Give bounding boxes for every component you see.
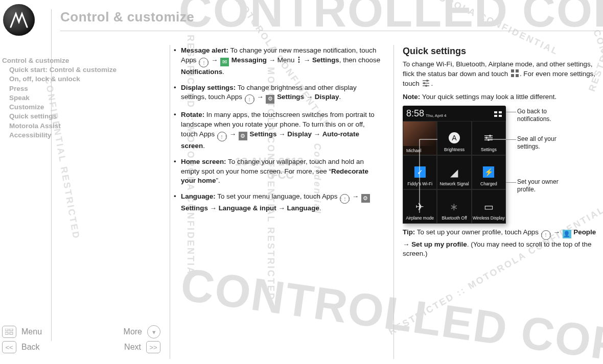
apps-icon: ⋮⋮⋮ [245,94,254,104]
list-item: Message alert: To change your new messag… [174,46,383,77]
content-column-left: Message alert: To change your new messag… [174,46,383,359]
next-icon[interactable]: >> [146,341,160,353]
svg-point-21 [489,135,491,137]
tile-settings: Settings [472,121,506,155]
tile-battery: ⚡Charged [472,155,506,189]
svg-rect-17 [499,115,502,117]
tile-wireless-display: ▭Wireless Display [472,189,506,224]
list-item: Display settings: To change brightness a… [174,83,383,105]
header-divider [60,31,603,31]
tile-signal: ◢Network Signal [437,155,471,189]
svg-point-22 [485,137,488,139]
svg-point-11 [426,80,428,82]
bottom-nav: Menu More ▾ << Back Next >> [2,324,160,355]
menu-icon[interactable] [2,326,16,338]
svg-rect-16 [494,115,497,117]
svg-point-13 [425,85,427,87]
status-time: 8:58 [406,108,424,119]
tile-owner: Michael [403,121,437,155]
svg-rect-3 [10,332,13,334]
svg-rect-4 [511,69,514,72]
apps-icon: ⋮⋮⋮ [541,230,551,240]
nav-top[interactable]: Control & customize [2,56,166,65]
nav-item[interactable]: Quick start: Control & customize [9,65,166,75]
apps-icon: ⋮⋮⋮ [199,58,208,67]
nav-item[interactable]: Accessibility [9,131,166,140]
note: Note: Your quick settings may look a lit… [403,92,602,102]
tile-bluetooth: ∗Bluetooth Off [437,189,471,224]
status-date: Thu, April 4 [426,113,446,119]
messaging-icon: ✉ [220,58,229,66]
apps-icon: ⋮⋮⋮ [217,132,227,141]
list-item: Home screen: To change your wallpaper, t… [174,157,383,186]
svg-rect-15 [499,111,502,113]
more-label[interactable]: More [124,327,142,336]
settings-icon: ⚙ [266,95,274,104]
quick-settings-screenshot: 8:58 Thu, April 4 Michael ABrightness Se… [403,106,506,224]
callout: See all of your settings. [517,135,578,150]
paragraph: To change Wi-Fi, Bluetooth, Airplane mod… [403,60,602,88]
callout-leader [506,182,516,183]
more-icon[interactable]: ▾ [147,325,160,338]
svg-rect-5 [516,69,519,72]
svg-rect-7 [516,74,519,77]
next-label[interactable]: Next [124,343,141,352]
list-item: Language: To set your menu language, tou… [174,192,383,213]
tile-airplane: ✈Airplane mode [403,189,437,224]
svg-rect-0 [5,329,8,331]
back-label[interactable]: Back [21,343,40,352]
quicksettings-icon [511,69,519,78]
settings-icon: ⚙ [239,132,247,140]
tip: Tip: To set up your owner profile, touch… [403,228,602,258]
nav-item[interactable]: Quick settings [9,112,166,121]
apps-icon: ⋮⋮⋮ [340,194,350,204]
menu-label[interactable]: Menu [21,327,42,336]
nav-item[interactable]: Motorola Assist [9,122,166,131]
moto-logo-icon [3,4,35,36]
callout-leader [506,112,516,112]
people-icon: 👤 [563,230,571,238]
nav-item[interactable]: Customize [9,103,166,112]
svg-point-12 [423,82,425,84]
back-icon[interactable]: << [2,341,16,353]
toc-nav: Control & customize Quick start: Control… [2,56,166,140]
column-divider [170,45,170,359]
svg-rect-1 [10,329,13,331]
column-divider [393,45,394,359]
svg-rect-6 [511,74,514,77]
settings-sliders-icon [422,79,430,87]
tile-brightness: ABrightness [437,121,471,155]
nav-item[interactable]: On, off, lock & unlock [9,75,166,84]
list-item: Rotate: In many apps, the touchscreen sw… [174,110,383,151]
content-column-right: Quick settings To change Wi-Fi, Bluetoot… [403,46,602,359]
svg-point-23 [488,139,490,141]
overflow-menu-icon [298,56,300,63]
callout: Go back to notifications. [517,108,578,123]
callout: Set your owner profile. [517,178,578,193]
settings-icon: ⚙ [361,194,370,203]
svg-rect-14 [494,111,497,113]
tile-wifi: ✓Fiddy's Wi-Fi [403,155,437,189]
quicksettings-toggle-icon [494,111,502,119]
svg-rect-2 [5,332,8,334]
callout-leader [506,139,516,140]
nav-item[interactable]: Press [9,84,166,93]
nav-item[interactable]: Speak [9,93,166,103]
page-title: Control & customize [60,9,194,25]
section-heading: Quick settings [403,46,602,57]
